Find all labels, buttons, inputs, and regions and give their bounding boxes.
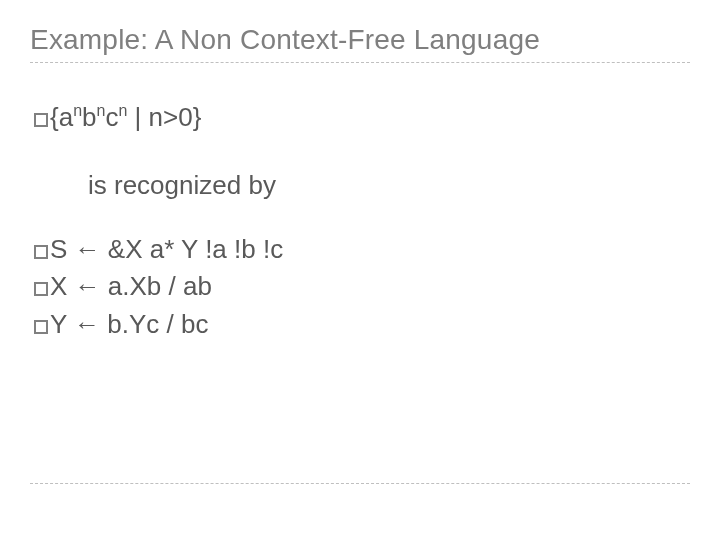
- lang-sup3: n: [118, 102, 127, 119]
- rule-y-rhs: ← b.Yc / bc: [67, 309, 209, 339]
- bullet-icon: [34, 113, 48, 127]
- rule-y-lhs: Y: [50, 309, 67, 339]
- lang-sup1: n: [73, 102, 82, 119]
- rule-x-rhs: ← a.Xb / ab: [67, 271, 212, 301]
- lang-mid1: b: [82, 102, 96, 132]
- lang-mid2: c: [105, 102, 118, 132]
- rule-s-rhs: ← &X a* Y !a !b !c: [67, 234, 283, 264]
- title-divider: [30, 62, 690, 63]
- title-block: Example: A Non Context-Free Language: [30, 24, 690, 67]
- bullet-icon: [34, 282, 48, 296]
- bullet-icon: [34, 320, 48, 334]
- rule-s-lhs: S: [50, 234, 67, 264]
- recognized-by-text: is recognized by: [88, 169, 686, 203]
- rule-x-lhs: X: [50, 271, 67, 301]
- lang-prefix: {a: [50, 102, 73, 132]
- slide: Example: A Non Context-Free Language {an…: [0, 0, 720, 540]
- bottom-divider: [30, 483, 690, 484]
- bullet-icon: [34, 245, 48, 259]
- slide-title: Example: A Non Context-Free Language: [30, 24, 690, 56]
- slide-content: {anbncn | n>0} is recognized by S ← &X a…: [30, 67, 690, 342]
- lang-suffix: | n>0}: [127, 102, 201, 132]
- rule-y: Y ← b.Yc / bc: [34, 308, 686, 342]
- lang-sup2: n: [97, 102, 106, 119]
- language-definition: {anbncn | n>0}: [34, 101, 686, 135]
- rule-x: X ← a.Xb / ab: [34, 270, 686, 304]
- rule-s: S ← &X a* Y !a !b !c: [34, 233, 686, 267]
- grammar-rules: S ← &X a* Y !a !b !c X ← a.Xb / ab Y ← b…: [34, 233, 686, 342]
